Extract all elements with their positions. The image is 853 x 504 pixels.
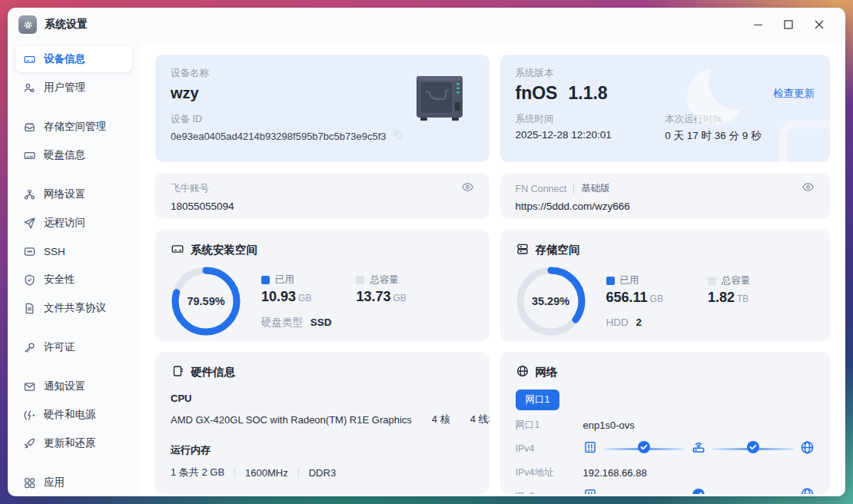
total-value: 13.73 [356, 289, 390, 304]
install-space-percent: 79.59% [171, 266, 241, 337]
check-update-link[interactable]: 检查更新 [773, 87, 815, 101]
sidebar-item-label: 网络设置 [44, 187, 85, 201]
maximize-button[interactable] [773, 13, 804, 36]
settings-window: 系统设置 设备信息 用户管理 [8, 8, 845, 496]
sidebar: 设备信息 用户管理 存储空间管理 硬盘信息 [8, 41, 140, 496]
cpu-cores: 4 核 [432, 413, 450, 426]
license-icon [23, 341, 36, 354]
sidebar-item-network-settings[interactable]: 网络设置 [15, 181, 132, 207]
sidebar-item-user-management[interactable]: 用户管理 [15, 75, 132, 101]
sidebar-item-label: SSH [44, 246, 65, 257]
hdd-count: 2 [636, 317, 642, 328]
sidebar-item-remote-access[interactable]: 远程访问 [15, 210, 132, 236]
ipv4-connection-diagram [583, 439, 815, 458]
sidebar-item-label: 设备信息 [44, 52, 85, 66]
watermark-moon [709, 55, 765, 110]
network-card: 网络 网口1 网口1 enp1s0-ovs IPv4 [500, 352, 830, 494]
device-id-label: 设备 ID [171, 113, 403, 126]
ram-freq: 1600MHz [245, 467, 288, 479]
legend-total: 总容量 1.82TB [708, 274, 751, 306]
divider [298, 468, 299, 478]
device-id-value: 0e93ea0405ad4214b93298f595b7bc5b73e9c5f3 [171, 131, 387, 142]
device-name-card: 设备名称 wzy 设备 ID 0e93ea0405ad4214b93298f59… [155, 55, 490, 162]
ipv4-address-label: IPv4地址 [516, 466, 583, 479]
sidebar-item-security[interactable]: 安全性 [15, 267, 132, 293]
used-value: 656.11 [606, 290, 648, 305]
ipv6-label: IPv6 [516, 491, 583, 495]
ram-type: DDR3 [309, 467, 336, 479]
storage-space-title: 存储空间 [536, 243, 580, 257]
watermark-square [779, 121, 830, 162]
cpu-model: AMD GX-420GL SOC with Radeon(TM) R1E Gra… [171, 414, 412, 426]
sidebar-item-label: 更新和还原 [44, 436, 96, 450]
system-time-label: 系统时间 [516, 113, 665, 126]
remote-access-icon [23, 217, 36, 230]
total-swatch [356, 276, 364, 284]
security-icon [23, 274, 36, 287]
sidebar-item-update-restore[interactable]: 更新和还原 [15, 430, 132, 456]
port-interface-value: enp1s0-ovs [583, 419, 635, 431]
device-name-value: wzy [171, 85, 403, 102]
total-value: 1.82 [708, 290, 735, 305]
router-icon [691, 439, 706, 458]
sidebar-item-device-info[interactable]: 设备信息 [15, 46, 132, 72]
used-unit: GB [298, 293, 311, 303]
window-title: 系统设置 [45, 18, 742, 32]
total-unit: GB [393, 293, 406, 303]
sidebar-item-disk-info[interactable]: 硬盘信息 [15, 142, 132, 168]
hardware-icon [171, 364, 184, 380]
sidebar-item-notification-settings[interactable]: 通知设置 [15, 373, 132, 400]
eye-icon[interactable] [802, 181, 815, 197]
sidebar-item-file-sharing[interactable]: 文件共享协议 [15, 295, 132, 321]
sidebar-item-license[interactable]: 许可证 [15, 334, 132, 360]
copy-icon[interactable] [393, 129, 403, 143]
storage-space-donut: 35.29% [516, 266, 586, 337]
apps-icon [23, 476, 36, 489]
total-unit: TB [737, 293, 748, 304]
eye-icon[interactable] [461, 181, 474, 197]
fn-connect-label: FN Connect [516, 184, 567, 194]
sidebar-item-label: 许可证 [44, 340, 75, 354]
sidebar-item-apps[interactable]: 应用 [15, 469, 132, 496]
disk-info-icon [23, 149, 36, 162]
sidebar-item-ssh[interactable]: SSH [15, 238, 132, 264]
ssh-icon [23, 245, 36, 258]
sidebar-item-label: 硬件和电源 [44, 408, 96, 422]
sidebar-item-label: 文件共享协议 [44, 301, 106, 315]
total-swatch [708, 277, 716, 285]
system-install-space-card: 系统安装空间 79.59% [155, 230, 490, 341]
titlebar: 系统设置 [8, 8, 845, 41]
hardware-title: 硬件信息 [191, 365, 235, 380]
notification-icon [23, 380, 36, 393]
check-circle-icon [638, 441, 650, 456]
cpu-threads: 4 线程 [470, 413, 490, 426]
fn-connect-tier-badge: 基础版 [581, 182, 610, 195]
device-image [403, 67, 474, 150]
port-tab-button[interactable]: 网口1 [516, 390, 560, 410]
used-swatch [606, 277, 615, 285]
sidebar-item-label: 远程访问 [44, 216, 85, 230]
install-space-title: 系统安装空间 [191, 243, 257, 257]
fn-account-value: 18055055094 [171, 201, 474, 212]
system-version-label: 系统版本 [516, 67, 815, 80]
legend-total: 总容量 13.73GB [356, 274, 406, 305]
sidebar-item-storage-management[interactable]: 存储空间管理 [15, 114, 132, 140]
connection-line [603, 448, 685, 450]
storage-space-percent: 35.29% [516, 266, 586, 337]
minimize-button[interactable] [742, 13, 773, 36]
ipv6-connection-diagram [583, 487, 815, 494]
ram-spec-line: 1 条共 2 GB 1600MHz DDR3 [171, 466, 474, 479]
sidebar-item-label: 应用 [44, 476, 65, 489]
sidebar-item-label: 安全性 [44, 273, 75, 287]
file-sharing-icon [23, 302, 36, 315]
sidebar-item-label: 硬盘信息 [44, 148, 85, 162]
legend-used: 已用 10.93GB [261, 274, 311, 305]
disk-type-label: 硬盘类型 [261, 317, 303, 328]
network-settings-icon [23, 188, 36, 201]
ipv4-address-value: 192.168.66.88 [583, 467, 647, 479]
disk-type-value: SSD [310, 317, 332, 328]
install-space-icon [171, 242, 184, 258]
port-label: 网口1 [516, 419, 583, 432]
sidebar-item-hardware-power[interactable]: 硬件和电源 [15, 402, 132, 428]
close-button[interactable] [804, 13, 835, 36]
